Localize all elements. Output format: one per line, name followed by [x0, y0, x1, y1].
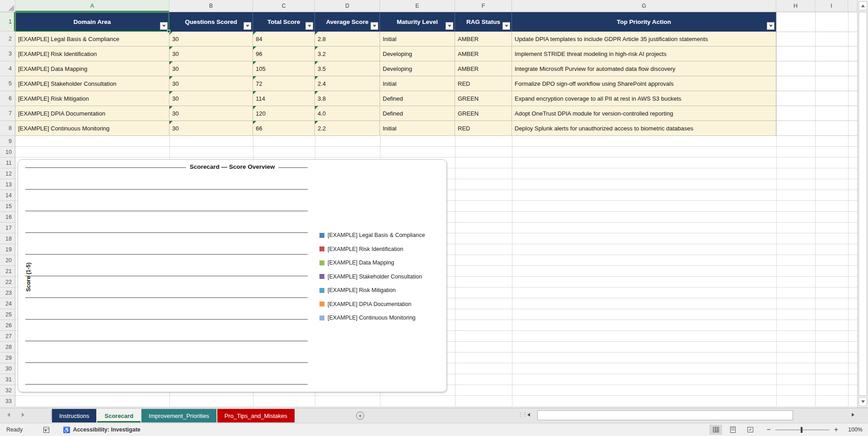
filter-dropdown-button[interactable]	[446, 22, 453, 30]
zoom-out-button[interactable]: −	[766, 426, 770, 434]
header-cell-B1[interactable]: Questions Scored	[169, 12, 253, 32]
cell-C2[interactable]: 84	[253, 32, 315, 46]
prev-sheet-icon[interactable]	[7, 413, 10, 417]
vertical-scrollbar[interactable]	[857, 0, 868, 408]
cell-F2[interactable]: AMBER	[455, 32, 512, 46]
row-header-30[interactable]: 30	[0, 363, 15, 374]
cell-C4[interactable]: 105	[253, 61, 315, 76]
horizontal-scrollbar-thumb[interactable]	[537, 410, 793, 420]
zoom-level[interactable]: 100%	[846, 427, 863, 433]
row-header-26[interactable]: 26	[0, 320, 15, 331]
accessibility-status[interactable]: ♿ Accessibility: Investigate	[63, 427, 141, 433]
row-header-28[interactable]: 28	[0, 342, 15, 353]
cell-G4[interactable]: Integrate Microsoft Purview for automate…	[512, 61, 776, 76]
row-header-22[interactable]: 22	[0, 277, 15, 288]
cell-C7[interactable]: 120	[253, 106, 315, 121]
row-header-16[interactable]: 16	[0, 212, 15, 223]
cell-B5[interactable]: 30	[169, 76, 253, 91]
cell-A8[interactable]: [EXAMPLE] Continuous Monitoring	[15, 121, 169, 136]
cell-D8[interactable]: 2.2	[315, 121, 380, 136]
sheet-tab-improvement-priorities[interactable]: Improvement_Priorities	[141, 409, 216, 422]
row-header-6[interactable]: 6	[0, 91, 15, 106]
column-header-A[interactable]: A	[15, 0, 169, 12]
column-header-F[interactable]: F	[455, 0, 512, 12]
scroll-down-button[interactable]	[859, 397, 867, 406]
row-header-24[interactable]: 24	[0, 298, 15, 309]
cell-E5[interactable]: Initial	[380, 76, 455, 91]
horizontal-scrollbar[interactable]: ⋮⋮	[517, 410, 856, 422]
cell-B8[interactable]: 30	[169, 121, 253, 136]
row-header-9[interactable]: 9	[0, 136, 15, 147]
macro-record-icon[interactable]	[43, 427, 49, 433]
cell-A4[interactable]: [EXAMPLE] Data Mapping	[15, 61, 169, 76]
filter-dropdown-button[interactable]	[244, 22, 251, 30]
filter-dropdown-button[interactable]	[160, 22, 168, 30]
cell-B4[interactable]: 30	[169, 61, 253, 76]
cell-B7[interactable]: 30	[169, 106, 253, 121]
cell-G6[interactable]: Expand encryption coverage to all PII at…	[512, 91, 776, 106]
legend-item[interactable]: [EXAMPLE] Stakeholder Consultation	[319, 272, 425, 281]
cell-F5[interactable]: RED	[455, 76, 512, 91]
row-header-5[interactable]: 5	[0, 76, 15, 91]
chart-title[interactable]: Scorecard — Score Overview	[186, 163, 278, 170]
cell-B3[interactable]: 30	[169, 46, 253, 61]
cell-A3[interactable]: [EXAMPLE] Risk Identification	[15, 46, 169, 61]
legend-item[interactable]: [EXAMPLE] Continuous Monitoring	[319, 313, 425, 322]
filter-dropdown-button[interactable]	[371, 22, 378, 30]
scroll-right-button[interactable]	[852, 413, 854, 417]
cell-E6[interactable]: Defined	[380, 91, 455, 106]
cell-D2[interactable]: 2.8	[315, 32, 380, 46]
row-header-32[interactable]: 32	[0, 385, 15, 396]
cell-C6[interactable]: 114	[253, 91, 315, 106]
cell-E3[interactable]: Developing	[380, 46, 455, 61]
scrollbar-grip-icon[interactable]: ⋮⋮	[517, 411, 526, 418]
cell-C8[interactable]: 66	[253, 121, 315, 136]
row-header-7[interactable]: 7	[0, 106, 15, 121]
header-cell-D1[interactable]: Average Score	[315, 12, 380, 32]
page-layout-view-button[interactable]	[727, 425, 739, 435]
column-header-I[interactable]: I	[815, 0, 848, 12]
cell-G5[interactable]: Formalize DPO sign-off workflow using Sh…	[512, 76, 776, 91]
cell-C5[interactable]: 72	[253, 76, 315, 91]
zoom-in-button[interactable]: +	[834, 426, 838, 434]
vertical-scrollbar-thumb[interactable]	[859, 12, 867, 396]
zoom-slider[interactable]	[775, 430, 830, 430]
column-header-G[interactable]: G	[512, 0, 776, 12]
cell-B6[interactable]: 30	[169, 91, 253, 106]
sheet-tab-instructions[interactable]: Instructions	[52, 409, 96, 422]
select-all-button[interactable]	[0, 0, 15, 12]
cell-E7[interactable]: Defined	[380, 106, 455, 121]
cell-E2[interactable]: Initial	[380, 32, 455, 46]
chart-y-axis-label[interactable]: Score (1-5)	[25, 263, 32, 292]
cell-F3[interactable]: AMBER	[455, 46, 512, 61]
cell-A6[interactable]: [EXAMPLE] Risk Mitigation	[15, 91, 169, 106]
header-cell-G1[interactable]: Top Priority Action	[512, 12, 776, 32]
scroll-left-button[interactable]	[527, 413, 530, 417]
row-header-19[interactable]: 19	[0, 244, 15, 255]
cell-G2[interactable]: Update DPIA templates to include GDPR Ar…	[512, 32, 776, 46]
cell-D7[interactable]: 4.0	[315, 106, 380, 121]
row-header-8[interactable]: 8	[0, 121, 15, 136]
legend-item[interactable]: [EXAMPLE] Legal Basis & Compliance	[319, 231, 425, 240]
cell-D6[interactable]: 3.8	[315, 91, 380, 106]
next-sheet-icon[interactable]	[22, 413, 24, 417]
cell-A2[interactable]: [EXAMPLE] Legal Basis & Compliance	[15, 32, 169, 46]
row-header-15[interactable]: 15	[0, 201, 15, 212]
cell-C3[interactable]: 96	[253, 46, 315, 61]
page-break-view-button[interactable]	[744, 425, 756, 435]
row-header-29[interactable]: 29	[0, 353, 15, 363]
filter-dropdown-button[interactable]	[767, 22, 774, 30]
normal-view-button[interactable]	[709, 425, 722, 435]
cell-E4[interactable]: Developing	[380, 61, 455, 76]
cell-A7[interactable]: [EXAMPLE] DPIA Documentation	[15, 106, 169, 121]
legend-item[interactable]: [EXAMPLE] DPIA Documentation	[319, 300, 425, 309]
row-header-18[interactable]: 18	[0, 233, 15, 244]
cell-F4[interactable]: AMBER	[455, 61, 512, 76]
legend-item[interactable]: [EXAMPLE] Data Mapping	[319, 258, 425, 267]
column-header-E[interactable]: E	[380, 0, 455, 12]
new-sheet-button[interactable]: +	[356, 409, 364, 422]
row-header-2[interactable]: 2	[0, 32, 15, 46]
row-header-17[interactable]: 17	[0, 223, 15, 233]
column-header-H[interactable]: H	[776, 0, 815, 12]
legend-item[interactable]: [EXAMPLE] Risk Mitigation	[319, 286, 425, 295]
